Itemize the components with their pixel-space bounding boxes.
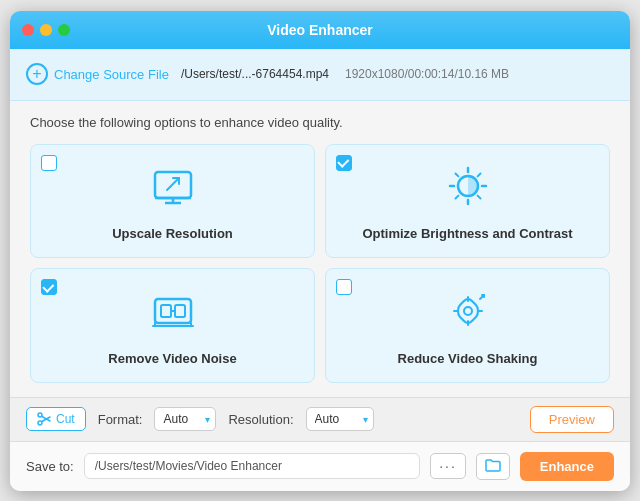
svg-rect-15 [161,305,171,317]
resolution-select-wrapper: Auto 1080p 720p 480p [306,407,374,431]
format-select[interactable]: Auto MP4 MOV AVI [154,407,216,431]
option-card-brightness[interactable]: Optimize Brightness and Contrast [325,144,610,259]
preview-button[interactable]: Preview [530,406,614,433]
shaking-icon [442,285,494,341]
file-path: /Users/test/...-6764454.mp4 [181,67,329,81]
option-card-noise[interactable]: Remove Video Noise [30,268,315,383]
upscale-icon [147,160,199,216]
option-label-shaking: Reduce Video Shaking [398,351,538,366]
resolution-select[interactable]: Auto 1080p 720p 480p [306,407,374,431]
scissors-icon [37,412,51,426]
main-window: Video Enhancer + Change Source File /Use… [10,11,630,491]
option-card-upscale[interactable]: Upscale Resolution [30,144,315,259]
option-label-noise: Remove Video Noise [108,351,236,366]
change-source-button[interactable]: + Change Source File [26,63,169,85]
folder-icon [485,458,501,472]
svg-line-12 [477,174,480,177]
minimize-button[interactable] [40,24,52,36]
plus-circle-icon: + [26,63,48,85]
save-path-input[interactable] [84,453,420,479]
svg-rect-16 [175,305,185,317]
bottom-toolbar: Cut Format: Auto MP4 MOV AVI Resolution:… [10,397,630,441]
change-source-label: Change Source File [54,67,169,82]
window-title: Video Enhancer [267,22,373,38]
file-info: /Users/test/...-6764454.mp4 1920x1080/00… [181,67,509,81]
titlebar: Video Enhancer [10,11,630,49]
close-button[interactable] [22,24,34,36]
maximize-button[interactable] [58,24,70,36]
save-to-label: Save to: [26,459,74,474]
main-content: Choose the following options to enhance … [10,101,630,397]
svg-line-4 [167,178,179,190]
enhance-button[interactable]: Enhance [520,452,614,481]
checkbox-shaking[interactable] [336,279,352,295]
dots-button[interactable]: ··· [430,453,466,479]
svg-point-21 [464,307,472,315]
checkbox-noise[interactable] [41,279,57,295]
folder-button[interactable] [476,453,510,480]
option-label-brightness: Optimize Brightness and Contrast [362,226,572,241]
svg-line-11 [477,196,480,199]
option-card-shaking[interactable]: Reduce Video Shaking [325,268,610,383]
checkbox-upscale[interactable] [41,155,57,171]
file-meta: 1920x1080/00:00:14/10.16 MB [345,67,509,81]
option-label-upscale: Upscale Resolution [112,226,233,241]
cut-label: Cut [56,412,75,426]
format-select-wrapper: Auto MP4 MOV AVI [154,407,216,431]
source-bar: + Change Source File /Users/test/...-676… [10,49,630,101]
svg-line-10 [455,174,458,177]
resolution-label: Resolution: [228,412,293,427]
instruction-text: Choose the following options to enhance … [30,115,610,130]
traffic-lights [22,24,70,36]
footer-bar: Save to: ··· Enhance [10,441,630,491]
svg-line-13 [455,196,458,199]
options-grid: Upscale Resolution [30,144,610,383]
brightness-icon [442,160,494,216]
noise-icon [147,285,199,341]
checkbox-brightness[interactable] [336,155,352,171]
cut-button[interactable]: Cut [26,407,86,431]
format-label: Format: [98,412,143,427]
